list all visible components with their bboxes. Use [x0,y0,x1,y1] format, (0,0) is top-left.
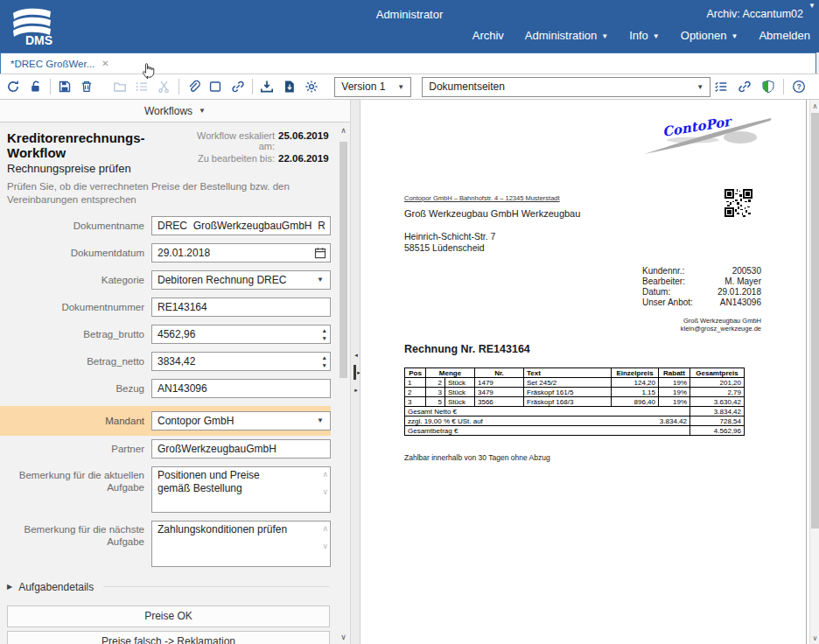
betrag-netto-input[interactable]: 3834,42▲▼ [151,352,331,371]
offer-number: AN143096 [698,298,761,307]
refresh-icon[interactable] [4,77,23,96]
download-icon[interactable] [257,77,276,96]
version-dropdown[interactable]: Version 1▼ [334,77,411,97]
save-icon[interactable] [55,77,74,96]
preise-ok-button[interactable]: Preise OK [7,606,330,627]
bemerkung-aktuell-textarea[interactable]: Positionen und Preise gemäß Bestellung [151,466,331,513]
scrollbar-thumb[interactable] [811,113,819,528]
scroll-up-icon[interactable]: ∧ [337,126,350,135]
field-row-partner: Partner [0,439,331,458]
export-file-icon[interactable] [279,77,298,96]
field-row-kategorie: Kategorie Debitoren Rechnung DREC▼ [0,270,331,290]
app-header: DMS Administrator Archiv: Accantum02 ▼ A… [0,0,819,52]
task-list-icon[interactable] [710,77,732,96]
scroll-up-icon[interactable]: ∧ [322,524,328,533]
invoice-title: Rechnung Nr. RE143164 [404,343,530,355]
workflow-task-name: Rechnungspreise prüfen [7,162,184,175]
workflow-title: Kreditorenrechnungs-Workflow [7,130,184,160]
contopor-logo: ContoPor [642,110,774,161]
bezug-input[interactable] [151,379,331,398]
link-icon[interactable] [228,77,248,96]
note-icon[interactable] [206,77,225,96]
document-preview: ContoPor Contopor GmbH – Bahnhofstr. 4 –… [360,100,807,644]
delete-icon[interactable] [77,77,96,96]
invoice-meta-block: Kundennr.:200530 Bearbeiter:M. Mayer Dat… [642,266,761,308]
contopor-logo-text: ContoPor [662,113,734,140]
dokumentnummer-input[interactable] [151,298,331,317]
tab-bar: Erfassung Dokumente Workflows *DREC Groß… [0,52,819,74]
chevron-down-icon: ▼ [317,416,324,424]
scroll-down-icon[interactable]: ∨ [337,633,350,641]
betrag-brutto-input[interactable]: 4562,96▲▼ [151,325,331,344]
field-row-dokumentname: Dokumentname [0,216,331,235]
settings-gear-icon[interactable] [302,77,321,96]
main-menu: Archiv Administration▼ Info▼ Optionen▼ A… [472,29,810,42]
dms-logo-text: DMS [25,33,52,47]
document-pages-dropdown[interactable]: Dokumentseiten▼ [422,77,710,97]
panel-splitter[interactable]: ◂ ▸ ▸ [350,100,360,644]
menu-item-abmelden[interactable]: Abmelden [759,29,810,42]
scroll-up-icon[interactable]: ∧ [322,470,328,479]
workflows-view-selector[interactable]: Workflows▼ [0,100,350,122]
unlock-icon[interactable] [25,77,45,96]
divider [103,586,330,587]
collapse-left-icon[interactable]: ◂ [352,352,360,359]
scroll-down-icon[interactable]: ∨ [810,634,819,642]
permissions-shield-icon[interactable] [758,77,779,96]
preview-scrollbar[interactable]: ∧ ∨ [809,100,819,644]
dokumentname-input[interactable] [151,216,331,235]
expand-right-icon[interactable]: ▸ [352,387,360,394]
menu-item-administration[interactable]: Administration▼ [525,29,608,42]
menu-item-optionen[interactable]: Optionen▼ [681,29,738,42]
chevron-down-icon[interactable]: ▼ [808,2,816,10]
chevron-down-icon: ▼ [397,83,404,91]
escalation-date: 25.06.2019 [278,130,332,141]
panel-scrollbar[interactable]: ∧ ∨ [337,122,350,644]
toolbar-separator [50,79,51,94]
preise-falsch-button[interactable]: Preise falsch -> Reklamation [7,631,330,644]
dms-application: DMS Administrator Archiv: Accantum02 ▼ A… [0,0,819,644]
toolbar-separator [783,79,784,94]
invoice-summary-row: Gesamt Netto € 3.834,42 [405,407,745,416]
menu-item-archiv[interactable]: Archiv [472,29,504,42]
field-row-betrag-brutto: Betrag_brutto 4562,96▲▼ [0,325,331,344]
sender-address-line: Contopor GmbH – Bahnhofstr. 4 – 12345 Mu… [404,194,560,202]
help-icon[interactable]: ? [788,77,809,96]
workflow-form: Dokumentname Dokumentdatum 29.01.2018 Ka… [0,216,337,567]
dokumentdatum-input[interactable]: 29.01.2018 [151,243,331,262]
recipient-city: 58515 Lüdenscheid [404,242,485,253]
invoice-summary-row: Gesamtbetrag € 4.562,96 [405,426,745,436]
field-row-bemerkung-naechste: Bemerkung für die nächste Aufgabe Zahlun… [0,521,331,567]
attachment-icon[interactable] [184,77,203,96]
mandant-select[interactable]: Contopor GmbH▼ [151,411,331,430]
scroll-down-icon[interactable]: ∨ [322,542,328,550]
partner-input[interactable] [151,439,331,458]
menu-item-info[interactable]: Info▼ [629,29,660,42]
scrollbar-thumb[interactable] [340,142,347,378]
close-icon[interactable]: ✕ [102,59,108,68]
kategorie-select[interactable]: Debitoren Rechnung DREC▼ [151,270,331,290]
toolbar-separator [178,79,179,94]
calendar-icon[interactable] [314,247,326,259]
sender-contact-block: Groß Werkzeugbau GmbH klein@grosz_werkze… [625,317,761,333]
scroll-down-icon[interactable]: ∨ [322,487,328,496]
logged-in-user: Administrator [376,8,444,21]
dms-logo-icon: DMS [9,5,56,47]
due-date: 22.06.2019 [278,153,332,164]
folder-icon[interactable] [110,77,130,96]
spinner-arrows-icon[interactable]: ▲▼ [322,326,327,342]
bemerkung-naechste-textarea[interactable]: Zahlungskonditionen prüfen [151,521,331,567]
spinner-arrows-icon[interactable]: ▲▼ [322,354,327,369]
clerk-name: M. Mayer [698,276,761,286]
link-icon[interactable] [734,77,755,96]
tab-document-drec[interactable]: *DREC GroßWer...✕ [0,52,816,74]
chevron-down-icon: ▼ [653,32,660,40]
chevron-down-icon: ▼ [317,276,324,284]
split-document-icon[interactable] [154,77,173,96]
qr-code [724,189,752,217]
scroll-up-icon[interactable]: ∧ [810,102,819,110]
task-details-expander[interactable]: ▶ Aufgabendetails [7,581,330,593]
index-list-icon[interactable] [132,77,151,96]
invoice-row: 3 5 Stück 3566 Fräskopf 168/3 896,40 19%… [405,397,745,407]
field-row-dokumentdatum: Dokumentdatum 29.01.2018 [0,243,331,262]
